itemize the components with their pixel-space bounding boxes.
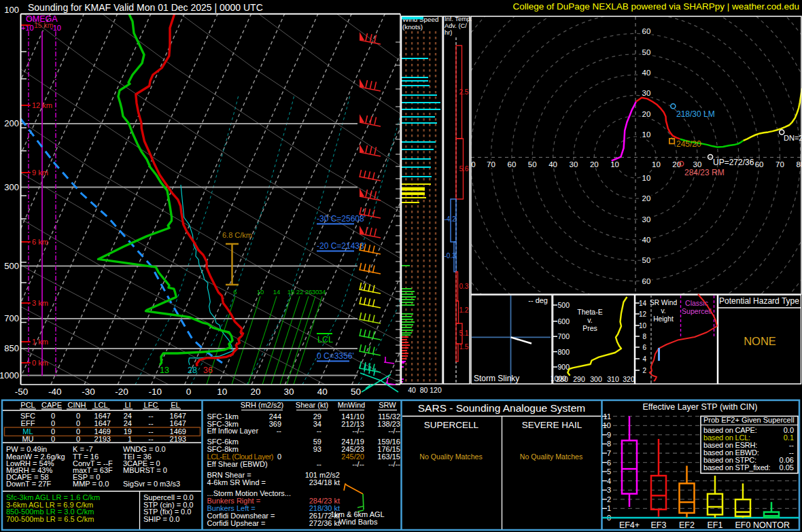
svg-text:7: 7 <box>607 449 611 457</box>
svg-text:1647: 1647 <box>94 419 111 427</box>
svg-text:6.8 C/km: 6.8 C/km <box>222 231 252 239</box>
svg-text:6 km: 6 km <box>32 238 48 246</box>
svg-text:50: 50 <box>351 387 361 397</box>
svg-text:NONTOR: NONTOR <box>753 520 790 530</box>
svg-text:218/30 LM: 218/30 LM <box>676 109 715 119</box>
svg-text:DownT = 27F: DownT = 27F <box>6 480 51 488</box>
svg-text:-30: -30 <box>82 387 95 397</box>
svg-text:College of DuPage NEXLAB power: College of DuPage NEXLAB powered via SHA… <box>513 1 800 12</box>
svg-text:200: 200 <box>4 118 19 128</box>
svg-text:60: 60 <box>642 27 651 35</box>
svg-text:CINH: CINH <box>68 401 86 409</box>
svg-text:50: 50 <box>642 48 651 56</box>
svg-text:1469: 1469 <box>170 427 186 436</box>
svg-text:4-6km SR Wind =: 4-6km SR Wind = <box>207 478 266 486</box>
svg-text:245/20: 245/20 <box>676 139 701 149</box>
svg-text:700-500mb LR = 6.5 C/km: 700-500mb LR = 6.5 C/km <box>6 515 94 523</box>
svg-text:2: 2 <box>607 495 611 503</box>
svg-text:280: 280 <box>556 375 568 383</box>
svg-text:4: 4 <box>607 477 611 485</box>
svg-text:30: 30 <box>284 387 294 397</box>
svg-text:20: 20 <box>250 387 260 397</box>
svg-text:22: 22 <box>296 288 304 296</box>
svg-text:SUPERCELL: SUPERCELL <box>424 420 479 430</box>
svg-text:1: 1 <box>607 504 611 512</box>
svg-text:(knots): (knots) <box>402 23 423 31</box>
svg-text:20: 20 <box>590 160 599 169</box>
svg-text:CAPE: CAPE <box>41 401 62 409</box>
svg-text:Eff Inflow Layer: Eff Inflow Layer <box>207 427 259 435</box>
svg-text:310: 310 <box>607 375 619 383</box>
svg-text:1.2: 1.2 <box>459 306 469 314</box>
svg-text:20: 20 <box>642 110 651 118</box>
svg-text:SigSvr = 0 m3/s3: SigSvr = 0 m3/s3 <box>123 480 180 488</box>
svg-text:900: 900 <box>557 363 570 371</box>
svg-text:EF3: EF3 <box>651 520 667 530</box>
svg-text:SEVERE HAIL: SEVERE HAIL <box>522 420 582 430</box>
svg-text:-20 C=21438': -20 C=21438' <box>317 241 366 251</box>
svg-text:60: 60 <box>508 160 517 169</box>
svg-text:100: 100 <box>4 5 19 15</box>
svg-text:30: 30 <box>312 288 319 296</box>
svg-text:50: 50 <box>528 160 537 169</box>
svg-text:3 km: 3 km <box>32 299 48 307</box>
svg-text:--: -- <box>277 427 282 435</box>
svg-text:EL: EL <box>171 401 179 409</box>
svg-text:Supercell: Supercell <box>682 307 712 315</box>
svg-text:Sounding for KMAF Valid Mon 0: Sounding for KMAF Valid Mon 01 Dec 2025 … <box>28 2 263 13</box>
svg-text:-- deg: -- deg <box>528 296 548 304</box>
svg-text:EF4+: EF4+ <box>619 520 640 530</box>
svg-text:EFF: EFF <box>21 419 35 427</box>
svg-text:3: 3 <box>607 486 611 494</box>
svg-text:10: 10 <box>257 288 264 296</box>
svg-text:20: 20 <box>642 194 651 202</box>
svg-text:0 C=3356': 0 C=3356' <box>317 351 354 361</box>
svg-text:28: 28 <box>188 366 197 375</box>
svg-text:8: 8 <box>607 440 611 448</box>
svg-text:EF2: EF2 <box>679 520 695 530</box>
svg-text:290: 290 <box>573 375 585 383</box>
svg-text:--/--: --/-- <box>388 427 400 435</box>
svg-text:500: 500 <box>4 261 19 271</box>
svg-text:0 km: 0 km <box>32 359 48 367</box>
svg-text:70: 70 <box>487 160 495 169</box>
svg-text:SHIP = 0.0: SHIP = 0.0 <box>143 515 179 523</box>
svg-text:850: 850 <box>4 343 19 353</box>
svg-text:based on STP_fixed:: based on STP_fixed: <box>703 463 770 472</box>
svg-text:ML: ML <box>22 427 33 436</box>
svg-text:40: 40 <box>317 387 328 397</box>
svg-text:SRW: SRW <box>379 401 396 409</box>
svg-text:5.6: 5.6 <box>459 165 469 173</box>
svg-text:MMP = 0.0: MMP = 0.0 <box>73 480 109 488</box>
svg-text:--: -- <box>148 427 154 436</box>
svg-text:Eff Shear (EBWD): Eff Shear (EBWD) <box>207 460 268 468</box>
svg-text:v.: v. <box>661 307 665 315</box>
svg-text:2.5: 2.5 <box>459 88 469 96</box>
svg-text:0: 0 <box>471 160 475 169</box>
svg-text:EF1: EF1 <box>708 520 723 530</box>
svg-text:No Quality Matches: No Quality Matches <box>520 453 582 461</box>
svg-text:LI: LI <box>124 401 130 409</box>
svg-text:--/--: --/-- <box>388 460 400 468</box>
svg-text:Pres: Pres <box>582 324 597 332</box>
svg-text:700: 700 <box>557 332 570 340</box>
svg-text:50: 50 <box>642 256 651 264</box>
svg-text:SR Wind: SR Wind <box>650 299 678 306</box>
svg-text:LCL: LCL <box>317 335 333 344</box>
svg-text:60: 60 <box>755 160 764 169</box>
svg-text:10: 10 <box>652 160 661 169</box>
svg-text:14: 14 <box>639 300 647 307</box>
svg-text:--: -- <box>317 460 322 468</box>
svg-text:5.1: 5.1 <box>459 330 469 337</box>
svg-text:0.3: 0.3 <box>459 283 469 290</box>
svg-text:9: 9 <box>607 431 611 439</box>
svg-text:-30 C=25608': -30 C=25608' <box>317 214 366 224</box>
svg-text:Theta-E: Theta-E <box>577 308 602 316</box>
svg-text:1469: 1469 <box>94 427 111 436</box>
svg-text:320: 320 <box>623 375 635 383</box>
svg-text:13: 13 <box>160 366 169 375</box>
svg-text:0: 0 <box>277 453 281 461</box>
svg-text:-40: -40 <box>48 387 62 397</box>
svg-text:34: 34 <box>319 288 326 296</box>
svg-text:-10: -10 <box>149 387 162 397</box>
